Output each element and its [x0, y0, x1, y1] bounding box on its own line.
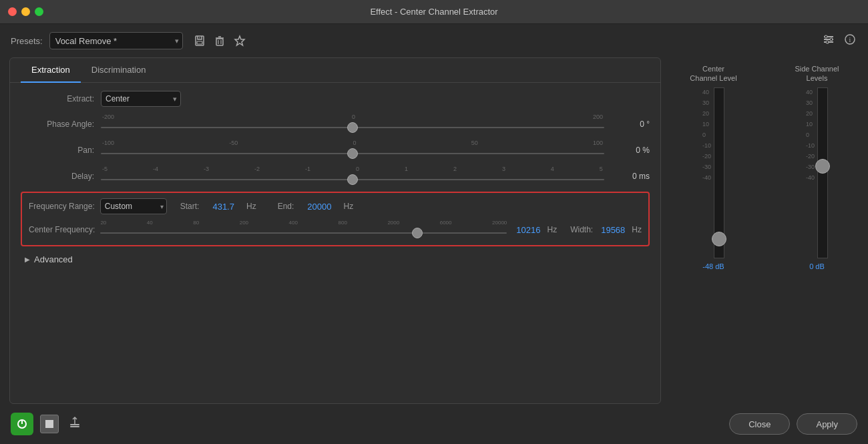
pan-track: [101, 147, 604, 160]
stop-square-icon: [45, 420, 53, 428]
delay-value: 0 ms: [610, 172, 650, 181]
extract-row: Extract: Center: [21, 91, 650, 107]
advanced-chevron-icon: ▶: [25, 256, 30, 263]
freq-slider-line: [100, 232, 507, 234]
save-preset-button[interactable]: [192, 33, 207, 48]
phase-angle-label: Phase Angle:: [21, 120, 94, 129]
settings-button[interactable]: [821, 32, 836, 49]
side-channel-title: Side Channel Levels: [795, 64, 839, 83]
start-label: Start:: [180, 202, 200, 211]
settings-icon: [823, 33, 835, 45]
extract-select-wrap[interactable]: Center: [101, 91, 181, 107]
svg-text:i: i: [849, 36, 851, 43]
center-freq-label: Center Frequency:: [29, 225, 95, 234]
side-db-label: 0 dB: [809, 262, 825, 270]
side-meter-thumb[interactable]: [815, 159, 830, 174]
center-meter-thumb[interactable]: [712, 232, 726, 246]
advanced-label: Advanced: [34, 254, 73, 264]
svg-rect-3: [216, 39, 223, 45]
center-channel-title: Center Channel Level: [690, 64, 736, 83]
power-icon: [17, 419, 27, 429]
main-content: Extraction Discrimination Extract: Cente…: [0, 57, 868, 404]
delete-preset-button[interactable]: [212, 33, 227, 48]
phase-angle-track: [101, 121, 604, 134]
close-button[interactable]: Close: [729, 413, 790, 435]
side-channel-meter: Side Channel Levels 40 30 20 10 0 -10 -2…: [775, 64, 859, 397]
center-meter-area: 40 30 20 10 0 -10 -20 -30 -40: [702, 87, 724, 258]
star-icon: [234, 35, 246, 47]
phase-angle-line: [101, 127, 604, 128]
close-window-button[interactable]: [8, 7, 17, 16]
freq-range-label: Frequency Range:: [29, 202, 95, 211]
end-unit: Hz: [343, 202, 353, 211]
freq-start-end: Start: 431.7 Hz End: 20000 Hz: [180, 202, 353, 212]
maximize-window-button[interactable]: [35, 7, 43, 16]
bottom-bar: Close Apply: [0, 404, 868, 444]
delay-row: Delay: -5 -4 -3 -2 -1 0 1 2 3 4 5: [21, 166, 650, 186]
stop-button[interactable]: [40, 415, 59, 433]
freq-row2: Center Frequency: 20 40 80 200 400 800 2…: [29, 220, 642, 240]
svg-point-13: [830, 38, 833, 41]
width-label: Width:: [570, 225, 593, 234]
center-channel-meter: Center Channel Level 40 30 20 10 0 -10 -…: [672, 64, 755, 397]
start-value: 431.7: [212, 202, 234, 212]
favorite-button[interactable]: [232, 33, 247, 48]
export-icon: [68, 416, 81, 429]
delay-slider-container: -5 -4 -3 -2 -1 0 1 2 3 4 5: [101, 166, 604, 186]
freq-slider-thumb[interactable]: [412, 228, 423, 238]
freq-slider-track: [100, 226, 507, 240]
start-unit: Hz: [246, 202, 256, 211]
freq-range-select[interactable]: Custom: [100, 198, 167, 214]
presets-select-wrap[interactable]: Vocal Remove *: [49, 32, 183, 49]
pan-label: Pan:: [21, 146, 94, 155]
delay-ticks: -5 -4 -3 -2 -1 0 1 2 3 4 5: [101, 166, 604, 172]
end-label: End:: [278, 202, 294, 211]
center-meter-scale: 40 30 20 10 0 -10 -20 -30 -40: [702, 87, 711, 184]
extraction-content: Extract: Center Phase Angle: -200 0 200: [10, 83, 660, 272]
phase-angle-ticks: -200 0 200: [101, 114, 604, 120]
freq-values-right: 10216 Hz Width: 19568 Hz: [513, 225, 642, 235]
side-meter-scale: 40 30 20 10 0 -10 -20 -30 -40: [806, 87, 815, 184]
minimize-window-button[interactable]: [21, 7, 30, 16]
freq-range-select-wrap[interactable]: Custom: [100, 198, 167, 214]
freq-row1: Frequency Range: Custom Start: 431.7 Hz …: [29, 198, 642, 214]
center-meter-bar: [714, 87, 724, 258]
toolbar-right: i: [821, 32, 857, 49]
tab-extraction[interactable]: Extraction: [21, 58, 81, 83]
pan-thumb[interactable]: [347, 148, 358, 159]
freq-slider-area: 20 40 80 200 400 800 2000 6000 20000: [100, 220, 507, 240]
apply-button[interactable]: Apply: [797, 413, 857, 435]
pan-ticks: -100 -50 0 50 100: [101, 140, 604, 146]
presets-select[interactable]: Vocal Remove *: [49, 32, 183, 49]
side-meter-bar: [817, 87, 828, 258]
svg-rect-1: [197, 41, 202, 44]
toolbar: Presets: Vocal Remove *: [0, 24, 868, 57]
presets-label: Presets:: [11, 36, 43, 46]
info-icon: i: [844, 33, 856, 45]
svg-point-14: [826, 41, 829, 43]
left-panel: Extraction Discrimination Extract: Cente…: [9, 57, 661, 404]
save-icon: [194, 35, 206, 47]
tab-discrimination[interactable]: Discrimination: [81, 58, 157, 83]
phase-angle-slider-container: -200 0 200: [101, 114, 604, 134]
power-button[interactable]: [11, 413, 33, 435]
extract-select[interactable]: Center: [101, 91, 181, 107]
delay-track: [101, 173, 604, 186]
delay-line: [101, 179, 604, 180]
phase-angle-value: 0 °: [610, 120, 650, 129]
phase-angle-thumb[interactable]: [347, 122, 358, 133]
center-db-label: -48 dB: [702, 262, 724, 270]
delay-thumb[interactable]: [347, 174, 358, 185]
svg-rect-20: [70, 426, 79, 427]
svg-marker-8: [235, 36, 244, 45]
pan-line: [101, 153, 604, 154]
title-bar: Effect - Center Channel Extractor: [0, 0, 868, 24]
info-button[interactable]: i: [843, 32, 857, 49]
width-unit: Hz: [632, 225, 642, 234]
tabs: Extraction Discrimination: [10, 58, 660, 83]
svg-rect-19: [70, 424, 79, 425]
advanced-row[interactable]: ▶ Advanced: [21, 246, 650, 264]
export-button[interactable]: [65, 415, 84, 434]
frequency-range-section: Frequency Range: Custom Start: 431.7 Hz …: [21, 192, 650, 246]
window-title: Effect - Center Channel Extractor: [370, 7, 497, 17]
